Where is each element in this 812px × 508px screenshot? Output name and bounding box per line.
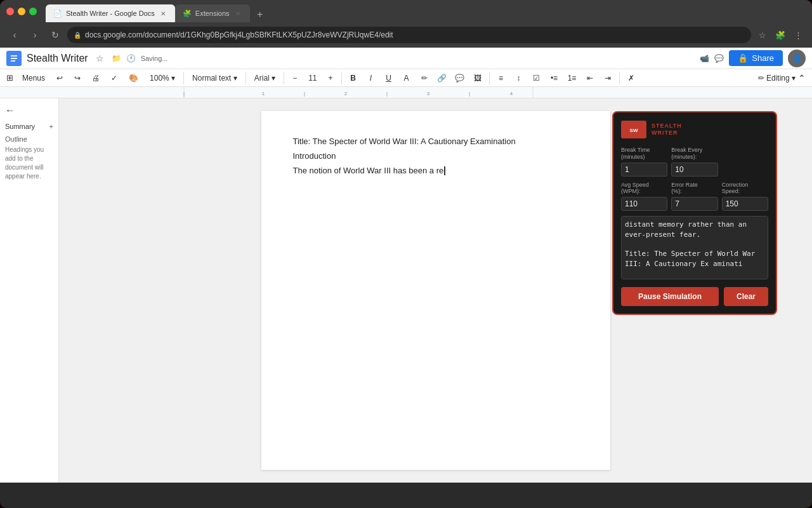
editing-mode-select[interactable]: ✏ Editing ▾ [758, 74, 796, 83]
svg-rect-4 [0, 87, 812, 98]
break-time-input[interactable] [621, 163, 667, 177]
widget-fields-row2: Avg Speed(WPM): Error Rate(%): Correctio… [621, 182, 768, 211]
avg-speed-field: Avg Speed(WPM): [621, 182, 667, 211]
svg-text:3: 3 [427, 91, 430, 97]
menu-undo[interactable]: ↩ [51, 72, 68, 84]
error-rate-label: Error Rate(%): [671, 182, 717, 196]
add-summary-button[interactable]: + [49, 123, 53, 130]
paragraph-style-select[interactable]: Normal text ▾ [187, 72, 242, 84]
menu-menus[interactable]: Menus [17, 72, 50, 84]
bold-button[interactable]: B [345, 70, 362, 86]
decrease-indent-button[interactable]: ⇤ [582, 70, 598, 86]
lock-icon: 🔒 [74, 32, 81, 39]
share-label: Share [752, 53, 774, 63]
docs-logo [6, 51, 22, 66]
widget-brand-line2: WRITER [652, 130, 682, 137]
docs-folder-icon[interactable]: 📁 [112, 54, 121, 63]
avg-speed-input[interactable] [621, 197, 667, 211]
image-button[interactable]: 🖼 [469, 70, 486, 86]
align-button[interactable]: ≡ [493, 70, 509, 86]
svg-text:SW: SW [630, 128, 638, 133]
text-color-button[interactable]: A [398, 70, 415, 86]
cursor [444, 166, 445, 175]
extensions-icon[interactable]: 🧩 [773, 27, 788, 43]
italic-button[interactable]: I [363, 70, 379, 86]
docs-history-icon[interactable]: 🕐 [126, 54, 136, 63]
svg-text:|: | [183, 91, 185, 97]
break-every-field: Break Every(minutes): [671, 147, 717, 177]
left-sidebar: ← Summary + Outline Headings you add to … [0, 98, 59, 483]
address-text: docs.google.com/document/d/1GKhg0BpGfkj4… [85, 30, 393, 39]
tab-google-docs-label: Stealth Writer - Google Docs [66, 10, 155, 17]
spacer-field [722, 147, 768, 177]
pause-simulation-button[interactable]: Pause Simulation [621, 287, 719, 306]
new-tab-button[interactable]: + [252, 7, 268, 22]
tab-extensions-close[interactable]: ✕ [233, 9, 242, 18]
line-spacing-button[interactable]: ↕ [511, 70, 527, 86]
tabs-area: 📄 Stealth Writer - Google Docs ✕ 🧩 Exten… [46, 0, 268, 22]
menu-redo[interactable]: ↪ [69, 72, 86, 84]
stealth-writer-widget: SW STEALTH WRITER Break Time(minutes) Br… [612, 111, 777, 315]
break-every-input[interactable] [671, 163, 717, 177]
docs-tab-icon: 📄 [53, 9, 62, 18]
bullets-button[interactable]: •≡ [546, 70, 563, 86]
docs-star-icon[interactable]: ☆ [96, 53, 104, 64]
comments-icon[interactable]: 💬 [714, 54, 724, 63]
paragraph-style-label: Normal text [192, 74, 231, 83]
break-time-field: Break Time(minutes) [621, 147, 667, 177]
forward-button[interactable]: › [27, 27, 43, 43]
highlight-button[interactable]: ✏ [416, 70, 433, 86]
font-size-decrease[interactable]: − [287, 72, 302, 84]
svg-text:1: 1 [262, 91, 265, 97]
maximize-button[interactable] [29, 8, 37, 15]
address-bar[interactable]: 🔒 docs.google.com/document/d/1GKhg0BpGfk… [67, 27, 751, 43]
menu-spellcheck[interactable]: ✓ [106, 72, 122, 84]
share-button[interactable]: 🔒 Share [729, 50, 783, 66]
widget-content-textarea[interactable]: distant memory rather than an ever-prese… [621, 216, 768, 279]
menu-print[interactable]: 🖨 [87, 72, 105, 84]
font-size-increase[interactable]: + [324, 72, 338, 84]
menu-icon[interactable]: ⋮ [790, 27, 806, 43]
menu-zoom[interactable]: 100% ▾ [145, 72, 180, 84]
minimize-button[interactable] [18, 8, 25, 15]
docs-header: Stealth Writer ☆ 📁 🕐 Saving... 📹 💬 🔒 Sha… [0, 48, 812, 69]
font-size-value[interactable]: 11 [303, 72, 322, 84]
clear-button[interactable]: Clear [724, 287, 768, 306]
menu-paint[interactable]: 🎨 [124, 72, 143, 84]
menubar: ⊞ Menus ↩ ↪ 🖨 ✓ 🎨 100% ▾ Normal text ▾ A… [0, 69, 812, 87]
font-select[interactable]: Arial ▾ [249, 72, 280, 84]
meet-icon[interactable]: 📹 [700, 54, 709, 63]
browser-window: 📄 Stealth Writer - Google Docs ✕ 🧩 Exten… [0, 0, 812, 508]
clear-formatting-button[interactable]: ✗ [623, 70, 639, 86]
expand-button[interactable]: ⌃ [798, 73, 806, 83]
correction-speed-input[interactable] [722, 197, 768, 211]
docs-title: Stealth Writer [27, 53, 88, 64]
svg-rect-1 [11, 55, 17, 57]
numbered-button[interactable]: 1≡ [564, 70, 580, 86]
titlebar: 📄 Stealth Writer - Google Docs ✕ 🧩 Exten… [0, 0, 812, 22]
break-time-label: Break Time(minutes) [621, 147, 667, 161]
reload-button[interactable]: ↻ [47, 27, 63, 43]
tab-google-docs-close[interactable]: ✕ [159, 9, 167, 18]
increase-indent-button[interactable]: ⇥ [599, 70, 616, 86]
error-rate-field: Error Rate(%): [671, 182, 717, 211]
error-rate-input[interactable] [671, 197, 717, 211]
svg-text:|: | [386, 91, 388, 97]
tab-google-docs[interactable]: 📄 Stealth Writer - Google Docs ✕ [46, 4, 175, 22]
link-button[interactable]: 🔗 [434, 70, 450, 86]
tab-extensions[interactable]: 🧩 Extensions ✕ [175, 4, 250, 22]
underline-button[interactable]: U [381, 70, 397, 86]
doc-line-1: Title: The Specter of World War III: A C… [293, 137, 579, 146]
comment-button[interactable]: 💬 [452, 70, 468, 86]
menu-grid-icon[interactable]: ⊞ [6, 73, 13, 83]
nav-right-buttons: ☆ 🧩 ⋮ [755, 27, 806, 43]
widget-brand-line1: STEALTH [652, 123, 682, 130]
user-avatar[interactable]: 👤 [788, 50, 806, 67]
checklist-button[interactable]: ☑ [528, 70, 545, 86]
close-button[interactable] [6, 8, 14, 15]
traffic-lights [6, 8, 37, 15]
back-button[interactable]: ‹ [6, 27, 23, 43]
outline-label: Outline [5, 135, 53, 143]
bookmark-icon[interactable]: ☆ [755, 27, 770, 43]
sidebar-back-button[interactable]: ← [5, 105, 53, 116]
